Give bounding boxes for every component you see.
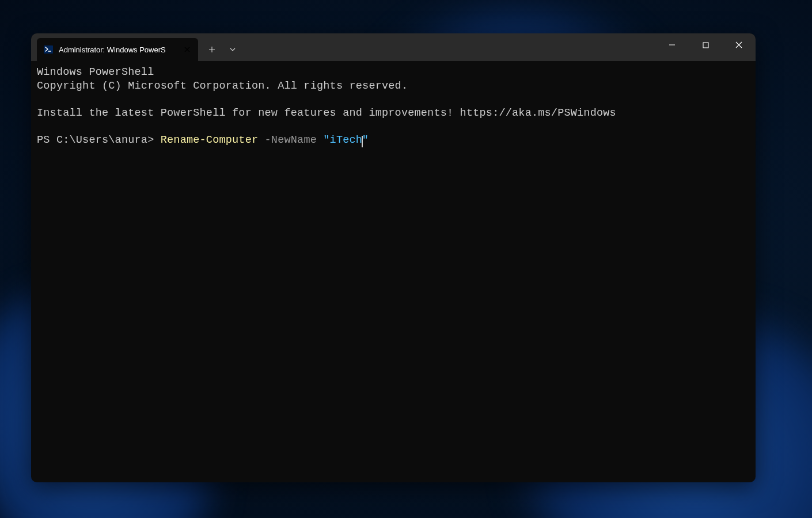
maximize-icon <box>703 42 709 48</box>
command-cmdlet: Rename-Computer <box>161 134 259 146</box>
new-tab-button[interactable] <box>202 39 222 60</box>
chevron-down-icon <box>229 46 236 53</box>
text-cursor <box>362 136 363 147</box>
terminal-output-line <box>37 120 750 134</box>
terminal-window: Administrator: Windows PowerS <box>31 33 756 482</box>
terminal-output-line: Copyright (C) Microsoft Corporation. All… <box>37 79 750 93</box>
prompt-prefix: PS C:\Users\anura> <box>37 134 161 146</box>
tab-title: Administrator: Windows PowerS <box>59 45 176 54</box>
close-icon <box>735 41 742 48</box>
close-window-button[interactable] <box>722 33 756 56</box>
command-string-close: " <box>362 134 369 146</box>
powershell-icon <box>44 45 53 54</box>
plus-icon <box>208 46 215 53</box>
command-string-value: iTech <box>330 134 363 146</box>
title-bar[interactable]: Administrator: Windows PowerS <box>31 33 756 61</box>
close-tab-button[interactable] <box>182 44 192 55</box>
terminal-output-line <box>37 93 750 106</box>
terminal-output-line: Windows PowerShell <box>37 66 750 79</box>
command-string-open: " <box>323 134 329 146</box>
window-controls <box>655 33 756 61</box>
terminal-content[interactable]: Windows PowerShell Copyright (C) Microso… <box>31 61 756 482</box>
minimize-button[interactable] <box>655 33 689 56</box>
command-parameter: -NewName <box>258 134 323 146</box>
svg-rect-3 <box>703 43 708 48</box>
terminal-output-line: Install the latest PowerShell for new fe… <box>37 106 750 120</box>
svg-rect-0 <box>44 45 53 54</box>
terminal-prompt-line: PS C:\Users\anura> Rename-Computer -NewN… <box>37 134 369 146</box>
tab-dropdown-button[interactable] <box>222 39 243 60</box>
maximize-button[interactable] <box>689 33 722 56</box>
minimize-icon <box>669 41 676 48</box>
tab-powershell[interactable]: Administrator: Windows PowerS <box>37 38 198 61</box>
